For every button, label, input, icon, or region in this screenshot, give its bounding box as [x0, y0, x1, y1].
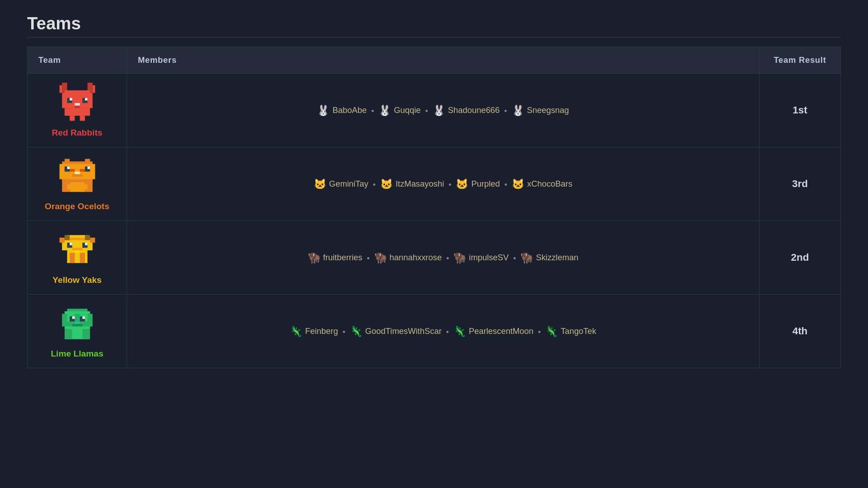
result-cell-red-rabbits: 1st	[760, 74, 841, 147]
members-cell-yellow-yaks: 🦬 fruitberries • 🦬 hannahxxrose • 🦬 impu…	[127, 221, 760, 295]
svg-rect-24	[87, 167, 90, 169]
member-entry: 🐱 Purpled	[456, 178, 500, 190]
member-entry: 🦎 GoodTimesWithScar	[350, 325, 442, 338]
member-entry: 🦬 Skizzleman	[520, 252, 578, 264]
member-separator: •	[425, 107, 428, 116]
member-separator: •	[371, 107, 374, 116]
team-icon-red-rabbits	[57, 83, 98, 123]
svg-rect-16	[75, 103, 80, 106]
result-cell-lime-llamas: 4th	[760, 295, 841, 368]
member-separator: •	[513, 254, 516, 263]
members-cell-red-rabbits: 🐰 BaboAbe • 🐰 Guqqie • 🐰 Shadoune666 • 🐰…	[127, 74, 760, 147]
svg-rect-10	[75, 106, 80, 108]
team-icon-lime-llamas	[57, 304, 98, 344]
member-icon: 🦎	[545, 325, 558, 338]
team-icon-orange-ocelots	[57, 156, 98, 197]
member-entry: 🐰 Sneegsnag	[512, 104, 569, 117]
team-cell-yellow-yaks: Yellow Yaks	[28, 221, 127, 295]
svg-rect-45	[80, 253, 85, 263]
team-icon-yellow-yaks	[57, 230, 98, 271]
member-icon: 🦎	[350, 325, 363, 338]
member-entry: 🦎 TangoTek	[545, 325, 596, 338]
member-name: impulseSV	[469, 253, 509, 263]
member-entry: 🐱 ItzMasayoshi	[380, 178, 444, 190]
team-name-orange-ocelots: Orange Ocelots	[35, 202, 119, 211]
svg-rect-26	[75, 172, 80, 174]
svg-rect-61	[64, 329, 72, 339]
svg-rect-3	[92, 85, 95, 93]
table-row: Lime Llamas 🦎 Feinberg • 🦎 GoodTimesWith…	[28, 295, 841, 368]
result-cell-yellow-yaks: 2nd	[760, 221, 841, 295]
member-entry: 🐱 GeminiTay	[314, 178, 368, 190]
svg-rect-56	[72, 316, 75, 319]
member-icon: 🦎	[453, 325, 466, 338]
svg-rect-9	[85, 98, 87, 101]
member-separator: •	[446, 328, 449, 337]
member-entry: 🦬 impulseSV	[453, 252, 509, 264]
team-name-yellow-yaks: Yellow Yaks	[35, 275, 119, 285]
member-name: BaboAbe	[332, 105, 367, 115]
svg-rect-28	[80, 169, 85, 172]
svg-rect-27	[70, 169, 75, 172]
members-cell-orange-ocelots: 🐱 GeminiTay • 🐱 ItzMasayoshi • 🐱 Purpled…	[127, 147, 760, 221]
member-icon: 🦎	[290, 325, 302, 338]
member-name: ItzMasayoshi	[396, 179, 444, 189]
member-separator: •	[505, 180, 507, 189]
teams-table: Team Members Team Result	[27, 47, 841, 368]
team-name-lime-llamas: Lime Llamas	[35, 349, 119, 359]
member-icon: 🦬	[374, 252, 387, 264]
member-entry: 🦎 Feinberg	[290, 325, 338, 338]
member-name: xChocoBars	[527, 179, 572, 189]
table-row: Yellow Yaks 🦬 fruitberries • 🦬 hannahxxr…	[28, 221, 841, 295]
svg-rect-48	[85, 235, 90, 240]
svg-rect-58	[72, 324, 82, 327]
page-title: Teams	[27, 14, 841, 33]
member-name: Sneegsnag	[527, 105, 569, 115]
member-icon: 🐰	[512, 104, 524, 117]
svg-rect-39	[85, 243, 87, 245]
member-name: TangoTek	[561, 326, 596, 336]
svg-rect-47	[64, 235, 69, 240]
member-entry: 🐰 Shadoune666	[433, 104, 500, 117]
member-name: Guqqie	[394, 105, 420, 115]
member-name: Shadoune666	[448, 105, 500, 115]
member-name: hannahxxrose	[390, 253, 442, 263]
team-cell-lime-llamas: Lime Llamas	[28, 295, 127, 368]
team-cell-red-rabbits: Red Rabbits	[28, 74, 127, 147]
member-name: Skizzleman	[536, 253, 578, 263]
svg-rect-62	[82, 329, 90, 339]
table-header-row: Team Members Team Result	[28, 47, 841, 74]
team-cell-orange-ocelots: Orange Ocelots	[28, 147, 127, 221]
svg-rect-23	[67, 167, 70, 169]
result-cell-orange-ocelots: 3rd	[760, 147, 841, 221]
member-entry: 🦬 fruitberries	[308, 252, 363, 264]
svg-rect-32	[67, 184, 87, 189]
table-row: Orange Ocelots 🐱 GeminiTay • 🐱 ItzMasayo…	[28, 147, 841, 221]
member-name: fruitberries	[323, 253, 363, 263]
svg-rect-15	[80, 116, 85, 121]
svg-rect-25	[72, 174, 82, 177]
svg-rect-2	[59, 85, 62, 93]
member-separator: •	[448, 180, 451, 189]
member-separator: •	[504, 107, 507, 116]
member-icon: 🐱	[456, 178, 468, 190]
member-entry: 🦬 hannahxxrose	[374, 252, 442, 264]
team-name-red-rabbits: Red Rabbits	[35, 128, 119, 138]
member-name: PearlescentMoon	[469, 326, 533, 336]
member-icon: 🐰	[378, 104, 391, 117]
member-name: Purpled	[471, 179, 500, 189]
member-icon: 🐰	[433, 104, 445, 117]
member-separator: •	[343, 328, 345, 337]
member-icon: 🐱	[380, 178, 393, 190]
member-name: GeminiTay	[329, 179, 368, 189]
svg-rect-41	[90, 238, 95, 243]
members-cell-lime-llamas: 🦎 Feinberg • 🦎 GoodTimesWithScar • 🦎 Pea…	[127, 295, 760, 368]
member-icon: 🦬	[453, 252, 466, 264]
svg-rect-57	[82, 316, 85, 319]
col-header-result: Team Result	[760, 47, 841, 74]
col-header-members: Members	[127, 47, 760, 74]
member-separator: •	[538, 328, 541, 337]
svg-rect-46	[75, 250, 80, 253]
member-icon: 🐱	[314, 178, 326, 190]
svg-rect-40	[59, 238, 64, 243]
